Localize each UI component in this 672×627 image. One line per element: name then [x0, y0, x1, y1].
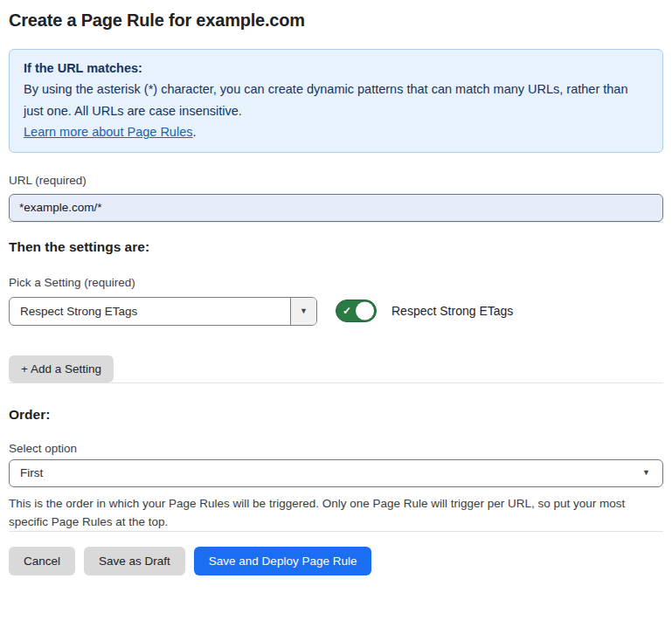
toggle-knob	[356, 302, 374, 320]
settings-section-heading: Then the settings are:	[9, 239, 663, 255]
divider	[9, 531, 663, 532]
page-title: Create a Page Rule for example.com	[9, 10, 663, 31]
save-as-draft-button[interactable]: Save as Draft	[84, 547, 185, 575]
footer-actions: Cancel Save as Draft Save and Deploy Pag…	[9, 547, 663, 575]
page-rule-form: Create a Page Rule for example.com If th…	[0, 10, 672, 575]
divider	[9, 382, 663, 383]
url-input[interactable]	[9, 194, 663, 222]
learn-more-link[interactable]: Learn more about Page Rules	[24, 125, 192, 139]
divider	[9, 222, 663, 223]
setting-select[interactable]: Respect Strong ETags ▼	[9, 297, 317, 326]
order-help-text: This is the order in which your Page Rul…	[9, 494, 660, 531]
link-suffix: .	[192, 125, 196, 139]
chevron-down-icon: ▼	[642, 469, 650, 477]
info-box-link-line: Learn more about Page Rules.	[24, 121, 648, 142]
order-section-heading: Order:	[9, 407, 663, 423]
cancel-button[interactable]: Cancel	[9, 547, 75, 575]
setting-row: Respect Strong ETags ▼ ✓ Respect Strong …	[9, 297, 663, 326]
toggle-label: Respect Strong ETags	[391, 304, 513, 318]
pick-setting-label: Pick a Setting (required)	[9, 276, 663, 289]
setting-select-caret-segment[interactable]: ▼	[290, 298, 316, 325]
url-label: URL (required)	[9, 174, 663, 187]
setting-select-value: Respect Strong ETags	[10, 298, 290, 325]
url-match-info-box: If the URL matches: By using the asteris…	[9, 49, 663, 153]
order-select-value: First	[20, 466, 43, 479]
check-icon: ✓	[343, 306, 351, 316]
etags-toggle[interactable]: ✓	[336, 300, 377, 322]
save-and-deploy-button[interactable]: Save and Deploy Page Rule	[194, 547, 372, 575]
info-box-heading: If the URL matches:	[24, 58, 648, 79]
order-select-label: Select option	[9, 442, 663, 455]
add-setting-button[interactable]: + Add a Setting	[9, 355, 114, 382]
info-box-body: By using the asterisk (*) character, you…	[24, 79, 648, 121]
chevron-down-icon: ▼	[300, 307, 308, 315]
order-select[interactable]: First ▼	[9, 459, 663, 487]
